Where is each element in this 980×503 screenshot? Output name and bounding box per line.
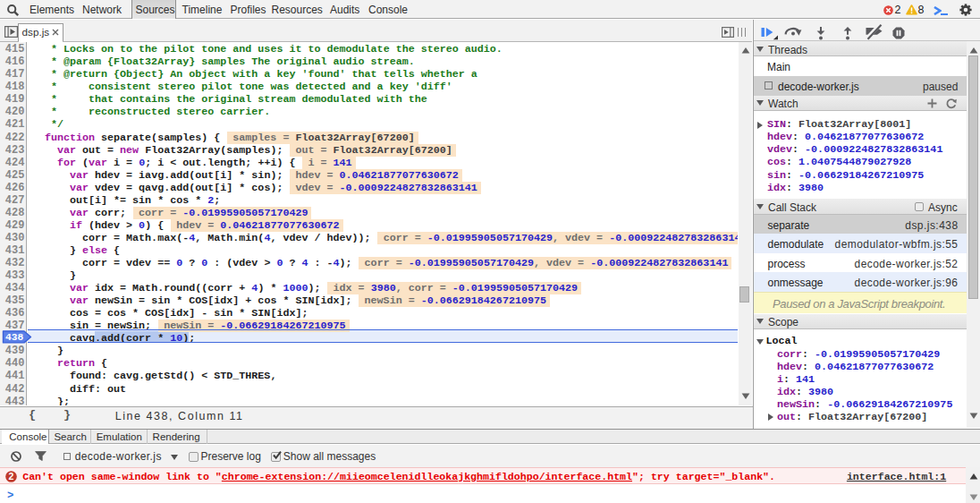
svg-text:2: 2 [8, 472, 13, 482]
